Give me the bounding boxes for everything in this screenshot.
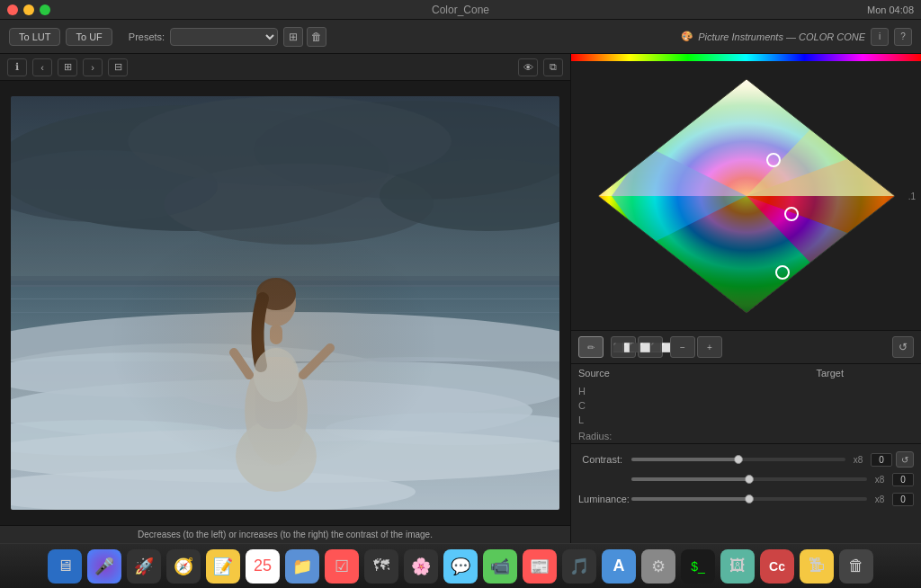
help-button[interactable]: ? <box>894 28 912 46</box>
tool-group-3: − + <box>670 336 722 358</box>
preset-delete-button[interactable]: 🗑 <box>307 27 326 47</box>
luminance-label: Luminance: <box>578 494 628 504</box>
presets-select[interactable] <box>170 28 278 46</box>
eye-button[interactable]: 👁 <box>518 58 538 76</box>
dock-item-reminders[interactable]: ☑ <box>325 549 359 584</box>
contrast-slider[interactable] <box>631 458 845 461</box>
titlebar-controls: Mon 04:08 <box>867 4 914 15</box>
maximize-button[interactable] <box>40 4 50 15</box>
svg-marker-37 <box>598 79 895 196</box>
tool-group-1: ✏ <box>578 336 604 358</box>
tooltip-text: Decreases (to the left) or increases (to… <box>138 530 433 539</box>
image-next-button[interactable]: › <box>83 58 103 76</box>
color-wheel-area[interactable]: .1 <box>571 61 921 331</box>
traffic-lights <box>7 4 50 15</box>
tool-buttons-row: ✏ ⬛⬜ ⬛⬜⬛⬜ − + ↺ <box>571 331 921 364</box>
dock-item-notes[interactable]: 📝 <box>206 549 240 584</box>
contrast2-thumb[interactable] <box>745 475 754 484</box>
dock-item-news[interactable]: 📰 <box>523 549 557 584</box>
contrast2-row: x8 <box>578 469 914 489</box>
luminance-multiplier: x8 <box>871 494 889 504</box>
image-grid-button[interactable]: ⊟ <box>108 58 128 76</box>
main-layout: ℹ ‹ ⊞ › ⊟ 👁 ⧉ <box>0 54 921 543</box>
dock-item-trash[interactable]: 🗑 <box>839 549 873 584</box>
dock-item-safari[interactable]: 🧭 <box>166 549 201 584</box>
photo-canvas <box>11 96 559 510</box>
dock-item-finder[interactable]: 🖥 <box>48 549 82 584</box>
luminance-thumb[interactable] <box>745 494 754 503</box>
pi-label: Picture Instruments — COLOR CONE <box>698 31 865 42</box>
dock-item-colorcone[interactable]: Cc <box>760 549 794 584</box>
image-prev-button[interactable]: ‹ <box>32 58 52 76</box>
reset-button[interactable]: ↺ <box>892 336 914 358</box>
tool-group-2: ⬛⬜ ⬛⬜⬛⬜ <box>611 336 663 358</box>
contrast2-slider[interactable] <box>631 477 867 481</box>
spectrum-strip <box>571 54 921 61</box>
svg-rect-31 <box>11 96 559 510</box>
to-lut-button[interactable]: To LUT <box>9 28 60 46</box>
image-toolbar: ℹ ‹ ⊞ › ⊟ 👁 ⧉ <box>0 54 570 81</box>
contrast2-multiplier: x8 <box>871 475 889 485</box>
contrast-value[interactable] <box>871 453 892 467</box>
to-uf-button[interactable]: To UF <box>66 28 112 46</box>
dock-item-calendar[interactable]: 25 <box>246 549 280 584</box>
dock-item-files[interactable]: 📁 <box>285 549 319 584</box>
l-row: L <box>578 413 914 427</box>
contrast2-fill <box>631 477 749 481</box>
h-row: H <box>578 384 914 398</box>
image-info-button[interactable]: ℹ <box>7 58 27 76</box>
dock-item-preview[interactable]: 🖼 <box>720 549 755 584</box>
dock-item-messages[interactable]: 💬 <box>443 549 478 584</box>
dock-item-systemprefs[interactable]: ⚙ <box>641 549 675 584</box>
target-label: Target <box>747 368 915 379</box>
dock-item-siri[interactable]: 🎤 <box>87 549 121 584</box>
dock-item-zip[interactable]: 🗜 <box>800 549 834 584</box>
image-browse-button[interactable]: ⊞ <box>58 58 77 76</box>
dock: 🖥 🎤 🚀 🧭 📝 25 📁 ☑ 🗺 🌸 💬 📹 📰 🎵 A ⚙ $_ 🖼 Cc… <box>0 543 921 588</box>
luminance-row: Luminance: x8 <box>578 489 914 509</box>
luminance-fill <box>631 497 749 501</box>
pencil-tool[interactable]: ✏ <box>578 336 604 358</box>
color-cone[interactable] <box>594 75 899 317</box>
source-target-row: Source Target <box>571 364 921 382</box>
tooltip-bar: Decreases (to the left) or increases (to… <box>0 525 570 543</box>
dock-item-music[interactable]: 🎵 <box>562 549 596 584</box>
radius-row: Radius: <box>571 429 921 444</box>
window-title: Color_Cone <box>432 4 489 16</box>
left-panel: ℹ ‹ ⊞ › ⊟ 👁 ⧉ <box>0 54 571 543</box>
dock-item-maps[interactable]: 🗺 <box>364 549 398 584</box>
c-label: C <box>578 400 589 411</box>
photo-svg <box>11 96 559 510</box>
plus-tool[interactable]: + <box>697 336 722 358</box>
close-button[interactable] <box>7 4 18 15</box>
radius-label: Radius: <box>578 431 612 441</box>
contrast-multiplier: x8 <box>849 455 867 465</box>
contrast-label: Contrast: <box>578 454 628 465</box>
contrast-row: Contrast: x8 ↺ <box>578 450 914 469</box>
l-label: L <box>578 414 589 425</box>
luminance-slider[interactable] <box>631 497 867 501</box>
preset-icon-buttons: ⊞ 🗑 <box>283 27 326 47</box>
minus-tool[interactable]: − <box>670 336 695 358</box>
hcl-section: H C L <box>571 382 921 429</box>
contrast-reset-button[interactable]: ↺ <box>896 451 914 468</box>
contrast-thumb[interactable] <box>734 455 743 464</box>
dock-item-terminal[interactable]: $_ <box>681 549 715 584</box>
side-indicator: .1 <box>908 191 916 200</box>
photo-area <box>0 81 570 525</box>
pi-icon: 🎨 <box>680 31 693 42</box>
compare-button[interactable]: ⧉ <box>543 58 563 76</box>
info-button[interactable]: i <box>871 28 889 46</box>
luminance-value[interactable] <box>892 493 914 506</box>
dock-item-appstore[interactable]: A <box>602 549 636 584</box>
dock-item-facetime[interactable]: 📹 <box>483 549 517 584</box>
dock-item-photos[interactable]: 🌸 <box>404 549 438 584</box>
dock-item-launchpad[interactable]: 🚀 <box>127 549 161 584</box>
contrast-fill <box>631 458 738 461</box>
color-4-tool[interactable]: ⬛⬜⬛⬜ <box>638 336 663 358</box>
pi-logo: 🎨 Picture Instruments — COLOR CONE i ? <box>680 28 912 46</box>
preset-save-button[interactable]: ⊞ <box>283 27 303 47</box>
minimize-button[interactable] <box>23 4 34 15</box>
toolbar: To LUT To UF Presets: ⊞ 🗑 🎨 Picture Inst… <box>0 20 921 54</box>
contrast2-value[interactable] <box>892 473 914 486</box>
